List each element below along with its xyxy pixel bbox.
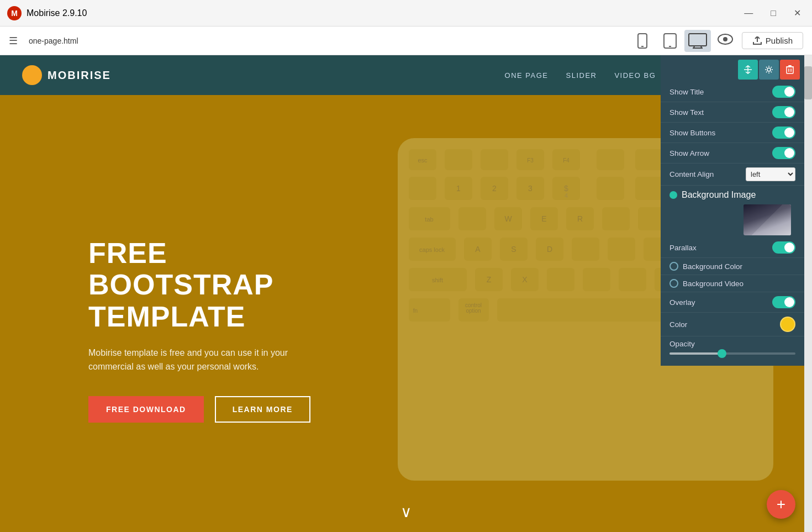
- opacity-section: Opacity: [661, 336, 804, 357]
- show-title-label: Show Title: [669, 88, 768, 96]
- panel-move-button[interactable]: [738, 60, 758, 80]
- show-title-row: Show Title: [661, 82, 804, 102]
- content-align-label: Content Align: [669, 170, 741, 178]
- desktop-view-button[interactable]: [684, 30, 711, 52]
- hero-content: FREE BOOTSTRAP TEMPLATE Mobirise templat…: [0, 95, 331, 532]
- preview-button[interactable]: [718, 34, 733, 48]
- show-buttons-label: Show Buttons: [669, 129, 768, 137]
- logo-icon: [22, 65, 42, 85]
- show-text-label: Show Text: [669, 108, 768, 117]
- bg-image-text: Background Image: [682, 190, 756, 200]
- svg-rect-88: [787, 67, 793, 73]
- show-buttons-row: Show Buttons: [661, 123, 804, 143]
- menu-bar-right: Publish: [718, 32, 803, 49]
- menu-bar: ☰ one-page.html Publish: [0, 27, 812, 55]
- publish-button[interactable]: Publish: [742, 32, 803, 49]
- overlay-toggle[interactable]: [772, 296, 795, 308]
- nav-slider[interactable]: SLIDER: [566, 71, 597, 80]
- learn-more-button[interactable]: LEARN MORE: [215, 396, 310, 423]
- maximize-button[interactable]: □: [766, 6, 781, 20]
- parallax-row: Parallax: [661, 238, 804, 258]
- window-controls: — □ ✕: [740, 6, 805, 20]
- app-logo-icon: M: [7, 6, 22, 21]
- device-switcher: [629, 30, 711, 52]
- show-buttons-toggle[interactable]: [772, 127, 795, 139]
- fab-button[interactable]: +: [767, 490, 795, 519]
- opacity-label: Opacity: [669, 340, 795, 348]
- show-arrow-row: Show Arrow: [661, 143, 804, 164]
- site-logo: MOBIRISE: [22, 65, 111, 85]
- overlay-row: Overlay: [661, 292, 804, 313]
- overlay-label: Overlay: [669, 298, 768, 307]
- nav-one-page[interactable]: ONE PAGE: [505, 71, 549, 80]
- file-name: one-page.html: [29, 36, 623, 45]
- panel-settings-button[interactable]: [759, 60, 779, 80]
- color-swatch[interactable]: [780, 317, 795, 332]
- bg-video-row: Background Video: [661, 275, 804, 292]
- free-download-button[interactable]: FREE DOWNLOAD: [88, 396, 204, 423]
- logo-text: MOBIRISE: [48, 69, 111, 82]
- hamburger-icon[interactable]: ☰: [9, 35, 18, 47]
- tablet-view-button[interactable]: [657, 30, 683, 52]
- parallax-toggle[interactable]: [772, 241, 795, 254]
- show-text-toggle[interactable]: [772, 106, 795, 118]
- bg-image-active-dot: [669, 191, 677, 199]
- bg-thumbnail-image: [744, 204, 791, 235]
- opacity-slider-track[interactable]: [669, 352, 795, 355]
- publish-label: Publish: [766, 36, 793, 45]
- hero-subtitle: Mobirise template is free and you can us…: [88, 346, 331, 374]
- svg-text:M: M: [11, 9, 18, 18]
- panel-toolbar: [661, 55, 804, 82]
- panel-delete-button[interactable]: [780, 60, 800, 80]
- svg-rect-6: [689, 34, 706, 46]
- mobile-view-button[interactable]: [629, 30, 656, 52]
- color-label: Color: [669, 320, 776, 329]
- bg-image-thumbnail[interactable]: [744, 204, 791, 235]
- nav-video-bg[interactable]: VIDEO BG: [614, 71, 656, 80]
- scrollbar-thumb[interactable]: [804, 66, 812, 99]
- bg-color-radio[interactable]: [669, 262, 678, 271]
- svg-point-11: [723, 37, 727, 41]
- bg-video-label: Background Video: [683, 280, 795, 288]
- close-button[interactable]: ✕: [789, 6, 805, 20]
- hero-title: FREE BOOTSTRAP TEMPLATE: [88, 238, 331, 333]
- bg-image-section: Background Image: [661, 186, 804, 238]
- minimize-button[interactable]: —: [740, 6, 757, 20]
- bg-video-radio[interactable]: [669, 279, 678, 288]
- content-area: esc F3 F4 num lock 1 2 3 $ 4: [0, 55, 812, 532]
- title-bar: M Mobirise 2.9.10 — □ ✕: [0, 0, 812, 27]
- bg-color-row: Background Color: [661, 258, 804, 275]
- show-arrow-label: Show Arrow: [669, 149, 768, 157]
- color-row: Color: [661, 313, 804, 336]
- show-title-toggle[interactable]: [772, 86, 795, 98]
- hero-buttons: FREE DOWNLOAD LEARN MORE: [88, 396, 331, 423]
- show-text-row: Show Text: [661, 102, 804, 123]
- svg-point-87: [767, 68, 771, 71]
- parallax-label: Parallax: [669, 244, 768, 252]
- opacity-slider-thumb[interactable]: [718, 349, 726, 358]
- content-align-select[interactable]: left center right: [746, 167, 795, 181]
- settings-panel: Show Title Show Text Show Buttons Show: [661, 55, 804, 366]
- scroll-arrow[interactable]: ∨: [400, 503, 412, 521]
- app-title: Mobirise 2.9.10: [27, 8, 87, 18]
- bg-image-label: Background Image: [669, 190, 795, 200]
- show-arrow-toggle[interactable]: [772, 147, 795, 159]
- content-align-row: Content Align left center right: [661, 164, 804, 186]
- opacity-slider-fill: [669, 352, 720, 355]
- scrollbar-track[interactable]: [804, 55, 812, 532]
- bg-color-label: Background Color: [683, 262, 795, 271]
